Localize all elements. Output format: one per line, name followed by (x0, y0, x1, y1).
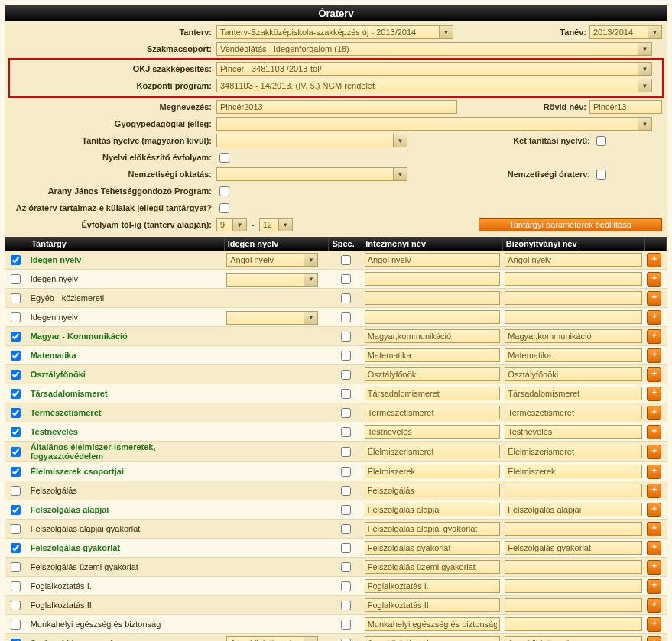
row-checkbox[interactable] (11, 601, 21, 610)
inst-name-input[interactable] (365, 465, 500, 478)
cert-name-input[interactable] (505, 291, 642, 305)
spec-checkbox[interactable] (341, 389, 351, 399)
row-checkbox[interactable] (11, 620, 21, 630)
spec-checkbox[interactable] (341, 332, 351, 342)
nemzetisegi-dropdown[interactable]: ▼ (216, 167, 407, 181)
param-button[interactable]: Tantárgyi paraméterek beállítása (479, 218, 662, 231)
row-checkbox[interactable] (11, 351, 21, 361)
cert-name-input[interactable] (505, 253, 642, 267)
add-button[interactable]: + (647, 617, 661, 632)
inst-name-input[interactable] (365, 503, 500, 516)
add-button[interactable]: + (647, 387, 661, 401)
inst-name-input[interactable] (365, 560, 500, 574)
cert-name-input[interactable] (505, 636, 642, 641)
inst-name-input[interactable] (365, 598, 500, 612)
row-checkbox[interactable] (11, 639, 21, 642)
evfolyam-from-dropdown[interactable]: 9 ▼ (216, 218, 247, 231)
lang-dropdown[interactable]: Angol nyelv▼ (226, 253, 318, 267)
spec-checkbox[interactable] (341, 467, 351, 477)
add-button[interactable]: + (647, 367, 661, 382)
spec-checkbox[interactable] (341, 486, 351, 496)
inst-name-input[interactable] (365, 329, 500, 343)
inst-name-input[interactable] (365, 636, 500, 641)
row-checkbox[interactable] (11, 370, 21, 380)
add-button[interactable]: + (647, 598, 661, 613)
add-button[interactable]: + (647, 503, 661, 517)
spec-checkbox[interactable] (341, 524, 351, 534)
add-button[interactable]: + (647, 291, 661, 306)
row-checkbox[interactable] (11, 332, 21, 342)
inst-name-input[interactable] (365, 425, 500, 439)
inst-name-input[interactable] (365, 617, 500, 631)
spec-checkbox[interactable] (341, 639, 351, 642)
spec-checkbox[interactable] (341, 370, 351, 380)
spec-checkbox[interactable] (341, 255, 351, 265)
inst-name-input[interactable] (365, 272, 500, 286)
inst-name-input[interactable] (365, 310, 500, 324)
nyelvi-checkbox[interactable] (219, 153, 229, 163)
nemzoraterv-checkbox[interactable] (596, 170, 606, 180)
kettanitasi-checkbox[interactable] (596, 136, 606, 146)
inst-name-input[interactable] (365, 541, 500, 555)
add-button[interactable]: + (647, 348, 661, 363)
row-checkbox[interactable] (11, 293, 21, 303)
row-checkbox[interactable] (11, 312, 21, 322)
spec-checkbox[interactable] (341, 562, 351, 572)
okj-dropdown[interactable]: Pincér - 3481103 /2013-tól/ ▼ (216, 62, 652, 76)
cert-name-input[interactable] (505, 465, 642, 478)
cert-name-input[interactable] (505, 329, 642, 343)
lang-dropdown[interactable]: ▼ (226, 311, 318, 325)
add-button[interactable]: + (647, 541, 661, 555)
cert-name-input[interactable] (505, 560, 642, 574)
rovidnev-input[interactable] (589, 100, 662, 114)
row-checkbox[interactable] (11, 427, 21, 437)
cert-name-input[interactable] (505, 484, 642, 497)
spec-checkbox[interactable] (341, 581, 351, 591)
add-button[interactable]: + (647, 445, 661, 459)
spec-checkbox[interactable] (341, 351, 351, 361)
add-button[interactable]: + (647, 522, 661, 536)
spec-checkbox[interactable] (341, 543, 351, 553)
row-checkbox[interactable] (11, 562, 21, 572)
add-button[interactable]: + (647, 579, 661, 594)
arany-checkbox[interactable] (219, 186, 229, 196)
tanterv-dropdown[interactable]: Tanterv-Szakközépiskola-szakképzés új - … (216, 25, 453, 39)
spec-checkbox[interactable] (341, 447, 351, 457)
cert-name-input[interactable] (505, 310, 642, 324)
inst-name-input[interactable] (365, 387, 500, 400)
cert-name-input[interactable] (505, 503, 642, 516)
cert-name-input[interactable] (505, 425, 642, 439)
kulalak-checkbox[interactable] (219, 203, 229, 213)
add-button[interactable]: + (647, 560, 661, 575)
cert-name-input[interactable] (505, 387, 642, 400)
row-checkbox[interactable] (11, 543, 21, 553)
inst-name-input[interactable] (365, 445, 500, 458)
inst-name-input[interactable] (365, 579, 500, 593)
add-button[interactable]: + (647, 484, 661, 498)
spec-checkbox[interactable] (341, 408, 351, 418)
spec-checkbox[interactable] (341, 293, 351, 303)
spec-checkbox[interactable] (341, 427, 351, 437)
row-checkbox[interactable] (11, 447, 21, 457)
add-button[interactable]: + (647, 272, 661, 287)
szakmacsoport-dropdown[interactable]: Vendéglátás - idegenforgalom (18) ▼ (216, 42, 652, 56)
add-button[interactable]: + (647, 406, 661, 420)
lang-dropdown[interactable]: Angol üzleti nyelv▼ (226, 636, 318, 641)
inst-name-input[interactable] (365, 348, 500, 362)
cert-name-input[interactable] (505, 367, 642, 381)
add-button[interactable]: + (647, 253, 661, 267)
gyogy-dropdown[interactable]: ▼ (216, 117, 652, 131)
inst-name-input[interactable] (365, 484, 500, 497)
evfolyam-to-dropdown[interactable]: 12 ▼ (259, 218, 293, 231)
row-checkbox[interactable] (11, 486, 21, 496)
inst-name-input[interactable] (365, 291, 500, 305)
row-checkbox[interactable] (11, 524, 21, 534)
row-checkbox[interactable] (11, 505, 21, 515)
cert-name-input[interactable] (505, 348, 642, 362)
inst-name-input[interactable] (365, 367, 500, 381)
cert-name-input[interactable] (505, 579, 642, 593)
add-button[interactable]: + (647, 636, 661, 642)
row-checkbox[interactable] (11, 274, 21, 284)
kozponti-dropdown[interactable]: 3481103 - 14/2013. (IV. 5.) NGM rendelet… (216, 79, 652, 92)
spec-checkbox[interactable] (341, 601, 351, 610)
